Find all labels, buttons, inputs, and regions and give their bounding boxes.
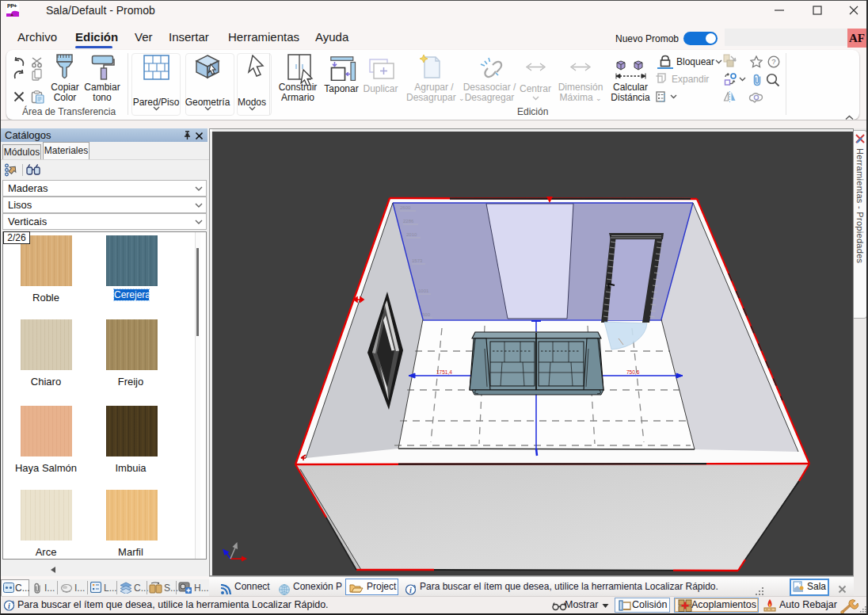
svg-text:i: i — [8, 602, 10, 610]
svg-text:2010: 2010 — [406, 232, 417, 237]
svg-text:750,6: 750,6 — [626, 369, 640, 375]
svg-text:1751,4: 1751,4 — [436, 369, 452, 375]
svg-text:1573: 1573 — [412, 258, 423, 263]
svg-text:2286: 2286 — [403, 219, 414, 223]
svg-text:1001: 1001 — [418, 288, 429, 293]
svg-text:2600: 2600 — [400, 205, 411, 210]
svg-text:?: ? — [771, 57, 775, 66]
svg-text:i: i — [409, 586, 412, 594]
svg-text:500: 500 — [422, 312, 431, 317]
